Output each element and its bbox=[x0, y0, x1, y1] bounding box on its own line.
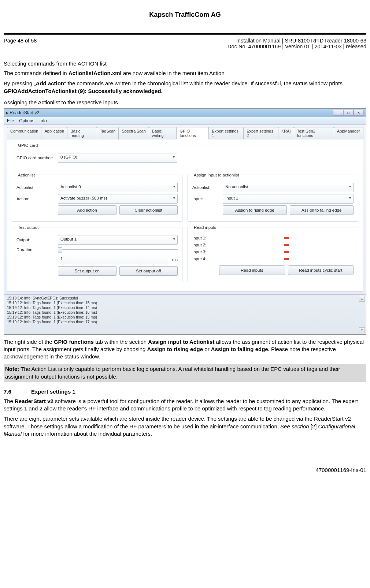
group-read-inputs: Read inputs Input 1: Input 2: Input 3: bbox=[188, 225, 358, 282]
label-input-1: Input 1: bbox=[192, 236, 216, 240]
label-action: Action: bbox=[16, 197, 55, 201]
scroll-down-icon[interactable]: ▾ bbox=[359, 327, 365, 333]
label-input-3: Input 3: bbox=[192, 250, 216, 254]
paragraph-3: The right side of the GPIO functions tab… bbox=[4, 338, 366, 361]
read-inputs-cyclic-button[interactable]: Read inputs cyclic start bbox=[288, 265, 354, 275]
label-input-4: Input 4: bbox=[192, 257, 216, 261]
window-titlebar: ▸ ReaderStart v2 — □ X bbox=[4, 109, 366, 117]
dropdown-assign-actionlist[interactable]: No actionlist bbox=[223, 183, 354, 192]
page-header: Page 48 of 58 Installation Manual | SRU-… bbox=[4, 36, 366, 51]
log-line: 15:19:12: Info: Tags found: 1 (Execution… bbox=[7, 305, 363, 310]
tab-basic-reading[interactable]: Basic reading bbox=[67, 127, 97, 139]
slider-duration[interactable] bbox=[58, 246, 178, 253]
group-assign-input: Assign input to actionlist Actionlist: N… bbox=[188, 173, 358, 222]
footer-doc-id: 47000001169-Ins-01 bbox=[4, 467, 366, 473]
input-duration-value[interactable]: 1 bbox=[58, 255, 169, 264]
maximize-button[interactable]: □ bbox=[343, 110, 354, 116]
label-duration: Duration: bbox=[16, 248, 55, 252]
dropdown-action[interactable]: Activate buzzer (500 ms) bbox=[58, 194, 178, 204]
add-action-button[interactable]: Add action bbox=[58, 205, 116, 215]
header-bottom-rule bbox=[4, 51, 366, 51]
paragraph-1: The commands defined in ActionlistAction… bbox=[4, 70, 366, 77]
close-button[interactable]: X bbox=[354, 110, 364, 116]
group-test-output: Test output Output: Output 1 Duration: bbox=[12, 225, 182, 282]
gpio-panel: GPIO card GPIO card number: 0 (GPIO) Act… bbox=[7, 139, 363, 291]
legend-assign-input: Assign input to actionlist bbox=[192, 173, 240, 177]
paragraph-2: By pressing „Add action" the commands ar… bbox=[4, 80, 366, 95]
tab-appmanager[interactable]: AppManager bbox=[334, 127, 363, 139]
legend-test-output: Test output bbox=[16, 225, 40, 230]
legend-actionlist: Actionlist bbox=[16, 173, 36, 177]
tab-spectralscan[interactable]: SpectralScan bbox=[118, 127, 149, 139]
dropdown-output[interactable]: Output 1 bbox=[58, 235, 178, 245]
minimize-button[interactable]: — bbox=[333, 110, 343, 116]
label-actionlist: Actionlist: bbox=[16, 185, 55, 190]
status-input-4 bbox=[284, 258, 289, 260]
heading-assigning: Assigning the Actionlist to the respecti… bbox=[4, 99, 366, 105]
log-line: 15:19:12: Info: Tags found: 1 (Execution… bbox=[7, 320, 363, 324]
tab-tagscan[interactable]: TagScan bbox=[97, 127, 119, 139]
dropdown-gpio-card-number[interactable]: 0 (GPIO) bbox=[58, 153, 177, 163]
readerstart-window: ▸ ReaderStart v2 — □ X File Options Info… bbox=[4, 108, 366, 335]
set-output-on-button[interactable]: Set output on bbox=[58, 266, 116, 276]
scroll-up-icon[interactable]: ▴ bbox=[359, 296, 365, 302]
header-rule bbox=[4, 33, 366, 35]
log-line: 15:19:12: Info: Tags found: 1 (Execution… bbox=[7, 310, 363, 315]
assign-rising-edge-button[interactable]: Assign to rising edge bbox=[223, 205, 287, 215]
log-line: 15:19:14: Info: SyncGetEPCs: Successful bbox=[7, 296, 363, 301]
set-output-off-button[interactable]: Set output off bbox=[119, 266, 178, 276]
tab-test-gen2[interactable]: Test Gen2 functions bbox=[294, 127, 334, 139]
doc-meta: Doc No. 47000001169 | Version 01 | 2014-… bbox=[227, 44, 366, 49]
page-number: Page 48 of 58 bbox=[4, 38, 37, 49]
label-input-2: Input 2: bbox=[192, 243, 216, 247]
label-ms: ms bbox=[172, 257, 178, 262]
status-log: ▴ 15:19:14: Info: SyncGetEPCs: Successfu… bbox=[4, 294, 366, 334]
read-inputs-button[interactable]: Read inputs bbox=[219, 265, 285, 275]
window-chrome-buttons: — □ X bbox=[333, 110, 364, 116]
window-title: ▸ ReaderStart v2 bbox=[6, 110, 39, 115]
menubar: File Options Info bbox=[4, 117, 366, 125]
clear-actionlist-button[interactable]: Clear actionlist bbox=[119, 205, 178, 215]
status-input-3 bbox=[284, 251, 289, 253]
log-line: 15:19:12: Info: Tags found: 1 (Execution… bbox=[7, 301, 363, 305]
heading-selecting: Selecting commands from the ACTION list bbox=[4, 60, 366, 67]
tab-expert-settings-1[interactable]: Expert settings 1 bbox=[208, 127, 244, 139]
status-input-1 bbox=[284, 237, 289, 239]
paragraph-5: There are eight parameter sets available… bbox=[4, 415, 366, 438]
label-output: Output: bbox=[16, 238, 55, 242]
tab-application[interactable]: Application bbox=[41, 127, 67, 139]
status-input-2 bbox=[284, 244, 289, 246]
tab-communication[interactable]: Communication bbox=[7, 127, 41, 139]
tab-basic-writing[interactable]: Basic writing bbox=[149, 127, 177, 139]
label-assign-input: Input: bbox=[192, 197, 220, 201]
dropdown-assign-input[interactable]: Input 1 bbox=[223, 194, 354, 204]
dropdown-actionlist[interactable]: Actionlist 0 bbox=[58, 183, 178, 192]
menu-file[interactable]: File bbox=[7, 118, 14, 123]
label-gpio-card-number: GPIO card number: bbox=[16, 156, 55, 160]
doc-title: Installation Manual | SRU-8100 RFID Read… bbox=[227, 38, 366, 44]
menu-info[interactable]: Info bbox=[40, 118, 47, 123]
tab-krai[interactable]: KRAI bbox=[278, 127, 294, 139]
note-box: Note: The Action List is only capable to… bbox=[4, 364, 366, 382]
tabstrip: Communication Application Basic reading … bbox=[7, 127, 363, 139]
group-actionlist: Actionlist Actionlist: Actionlist 0 Acti… bbox=[12, 173, 182, 222]
legend-gpio-card: GPIO card bbox=[16, 143, 39, 148]
assign-falling-edge-button[interactable]: Assign to falling edge bbox=[290, 205, 354, 215]
company-header: Kapsch TrafficCom AG bbox=[4, 11, 366, 19]
label-assign-actionlist: Actionlist: bbox=[192, 185, 220, 190]
legend-read-inputs: Read inputs bbox=[192, 225, 218, 230]
group-gpio-card: GPIO card GPIO card number: 0 (GPIO) bbox=[12, 143, 358, 169]
menu-options[interactable]: Options bbox=[19, 118, 34, 123]
tab-expert-settings-2[interactable]: Expert settings 2 bbox=[243, 127, 278, 139]
section-heading-7-6: 7.6Expert settings 1 bbox=[4, 388, 366, 395]
log-line: 15:19:12: Info: Tags found: 1 (Execution… bbox=[7, 315, 363, 320]
paragraph-4: The ReaderStart v2 software is a powerfu… bbox=[4, 398, 366, 413]
tab-gpio-functions[interactable]: GPIO functions bbox=[176, 127, 209, 139]
